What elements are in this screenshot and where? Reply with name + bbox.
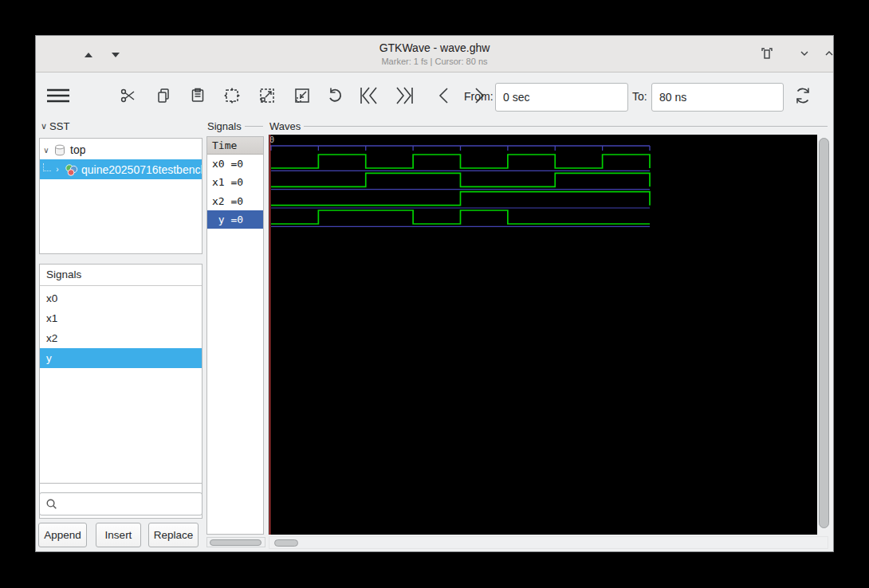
replace-button[interactable]: Replace xyxy=(148,523,199,547)
module-icon xyxy=(53,144,67,156)
signal-item-x0[interactable]: x0 xyxy=(40,288,202,308)
signal-search-box[interactable] xyxy=(39,492,203,515)
cut-icon[interactable] xyxy=(117,84,140,107)
value-row-x0[interactable]: x0 =0 xyxy=(207,155,263,173)
undo-icon[interactable] xyxy=(324,84,347,107)
expander-open-icon[interactable]: ∨ xyxy=(40,146,53,155)
expander-closed-icon[interactable]: › xyxy=(51,165,64,174)
signal-values-panel: Time x0 =0 x1 =0 x2 =0 y =0 xyxy=(206,136,264,535)
tree-node-top[interactable]: ∨ top xyxy=(40,140,202,159)
to-label: To: xyxy=(632,90,647,103)
marker-cursor-status: Marker: 1 fs | Cursor: 80 ns xyxy=(36,57,833,66)
go-to-start-icon[interactable] xyxy=(358,84,380,107)
to-input[interactable] xyxy=(651,83,784,112)
reload-icon[interactable] xyxy=(792,84,814,107)
waves-frame-label: Waves xyxy=(269,120,828,132)
window-title: GTKWave - wave.ghw xyxy=(36,41,833,54)
tree-guide-line xyxy=(43,163,51,171)
append-button[interactable]: Append xyxy=(38,523,87,547)
keep-above-icon[interactable] xyxy=(760,46,774,61)
waveform-display[interactable]: 0 xyxy=(269,135,817,535)
frame-line xyxy=(245,126,263,127)
waves-vscrollbar-thumb[interactable] xyxy=(819,138,829,528)
from-input[interactable] xyxy=(495,83,628,112)
signal-item-x2[interactable]: x2 xyxy=(40,328,202,348)
copy-icon[interactable] xyxy=(152,84,175,107)
signals-list-header[interactable]: Signals xyxy=(40,265,202,286)
previous-edge-icon[interactable] xyxy=(433,84,455,107)
zoom-out-icon[interactable] xyxy=(291,84,313,107)
titlebar[interactable]: GTKWave - wave.ghw Marker: 1 fs | Cursor… xyxy=(36,36,833,73)
sst-frame-label[interactable]: ∨ SST xyxy=(41,120,69,132)
maximize-icon[interactable] xyxy=(822,46,834,61)
from-label: From: xyxy=(464,90,493,103)
menu-icon[interactable] xyxy=(44,84,73,107)
sst-expander-icon[interactable]: ∨ xyxy=(41,121,47,131)
wave-trace-y xyxy=(271,210,650,224)
minimize-icon[interactable] xyxy=(797,46,812,61)
time-header[interactable]: Time xyxy=(207,137,263,155)
zoom-fit-icon[interactable] xyxy=(221,84,243,107)
value-row-x2[interactable]: x2 =0 xyxy=(207,192,263,210)
zoom-in-icon[interactable] xyxy=(256,84,278,107)
search-icon xyxy=(45,498,57,510)
instance-icon xyxy=(64,163,78,176)
waves-hscrollbar[interactable] xyxy=(269,536,828,549)
signals-list-panel: Signals x0 x1 x2 y xyxy=(39,264,203,484)
paste-icon[interactable] xyxy=(187,84,209,107)
values-hscrollbar[interactable] xyxy=(206,537,265,547)
values-frame-label: Signals xyxy=(207,120,263,132)
value-row-x1[interactable]: x1 =0 xyxy=(207,173,263,191)
insert-button[interactable]: Insert xyxy=(96,523,141,547)
waveform-canvas[interactable]: 0 xyxy=(269,135,817,535)
wave-trace-x1 xyxy=(271,173,650,186)
value-row-y[interactable]: y =0 xyxy=(207,210,263,229)
toolbar: From: To: xyxy=(36,73,833,119)
gtkwave-window: GTKWave - wave.ghw Marker: 1 fs | Cursor… xyxy=(35,35,834,552)
waves-hscrollbar-thumb[interactable] xyxy=(274,539,298,547)
wave-trace-x2 xyxy=(271,192,650,206)
sst-tree: ∨ top › quine20250716testbench xyxy=(39,138,203,254)
signal-item-x1[interactable]: x1 xyxy=(40,308,202,328)
tree-node-testbench[interactable]: › quine20250716testbench xyxy=(40,159,202,179)
signal-item-y[interactable]: y xyxy=(40,348,202,368)
search-input[interactable] xyxy=(61,498,202,510)
go-to-end-icon[interactable] xyxy=(393,84,415,107)
frame-line xyxy=(304,126,828,127)
wave-trace-x0 xyxy=(271,155,650,168)
values-hscrollbar-thumb[interactable] xyxy=(210,539,261,546)
